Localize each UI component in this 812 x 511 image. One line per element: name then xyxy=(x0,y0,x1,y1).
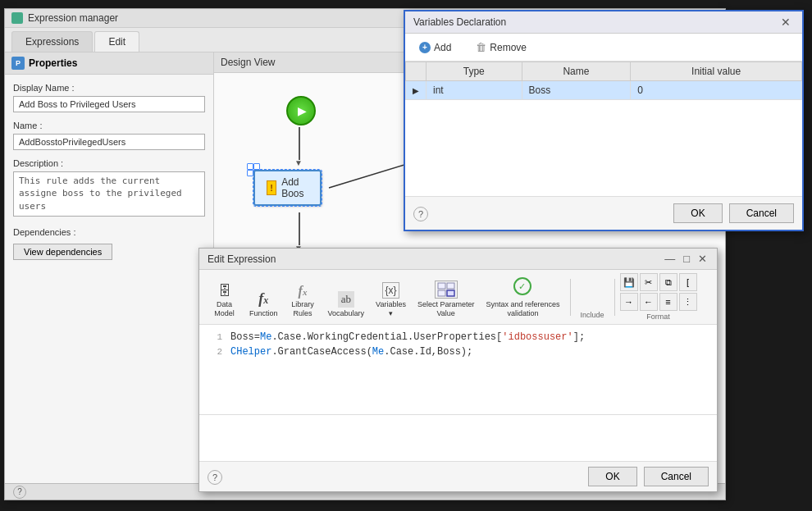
edit-expr-cancel-button[interactable]: Cancel xyxy=(644,467,709,486)
description-label: Description : xyxy=(13,158,205,168)
toolbar-divider-2 xyxy=(614,279,615,316)
function-icon: fx xyxy=(258,290,268,308)
edit-expr-titlebar: Edit Expression — □ ✕ xyxy=(199,249,717,270)
node-label: Add Boos xyxy=(281,176,308,199)
vocabulary-icon: ab xyxy=(338,291,354,308)
svg-rect-4 xyxy=(438,290,445,296)
vars-toolbar: + Add 🗑 Remove xyxy=(405,34,802,62)
toolbar-library-rules[interactable]: fx LibraryRules xyxy=(285,281,322,321)
vars-help-button[interactable]: ? xyxy=(413,207,428,221)
close-expr-button[interactable]: ✕ xyxy=(696,253,709,265)
vars-titlebar: Variables Declaration ✕ xyxy=(405,11,802,34)
syntax-svg: ✓ xyxy=(513,277,532,295)
svg-rect-5 xyxy=(447,290,454,296)
edit-help-button[interactable]: ? xyxy=(208,470,222,485)
flow-arrow-2 xyxy=(299,212,300,245)
format-save-icon[interactable]: 💾 xyxy=(620,273,638,291)
handle-tr xyxy=(253,163,260,170)
include-section-label: Include xyxy=(576,309,609,321)
col-arrow xyxy=(406,62,427,81)
dependencies-label: Dependencies : xyxy=(13,227,205,237)
format-cut-icon[interactable]: ✂ xyxy=(640,273,658,291)
vocabulary-label: Vocabulary xyxy=(328,309,365,318)
library-rules-icon: fx xyxy=(299,284,308,299)
svg-rect-2 xyxy=(438,283,445,289)
toolbar-syntax[interactable]: ✓ Syntax and referencesvalidation xyxy=(481,275,564,321)
code-editor[interactable]: 1 Boss=Me.Case.WorkingCredential.UserPro… xyxy=(199,325,717,415)
maximize-button[interactable]: □ xyxy=(682,253,691,265)
format-copy-icon[interactable]: ⧉ xyxy=(659,273,677,291)
col-name-header: Name xyxy=(522,62,631,81)
format-icons-row2: → ← ≡ ⋮ xyxy=(620,293,697,311)
toolbar-variables[interactable]: {x} Variables▾ xyxy=(371,280,411,321)
name-label: Name : xyxy=(13,121,205,130)
col-type-header: Type xyxy=(427,62,522,81)
syntax-icon: ✓ xyxy=(513,277,532,299)
line-num-2: 2 xyxy=(208,345,222,359)
edit-expr-toolbar: 🗄 DataModel fx Function fx LibraryRules … xyxy=(199,270,717,325)
format-arrow-right-icon[interactable]: → xyxy=(620,293,638,311)
function-label: Function xyxy=(249,309,278,318)
edit-expression-window: Edit Expression — □ ✕ 🗄 DataModel fx Fun… xyxy=(198,248,718,492)
edit-expr-ok-button[interactable]: OK xyxy=(588,467,636,486)
add-icon: + xyxy=(419,42,431,53)
select-param-label: Select ParameterValue xyxy=(417,300,475,318)
vars-table: Type Name Initial value ▶ int Boss 0 xyxy=(405,62,802,100)
format-arrow-left-icon[interactable]: ← xyxy=(640,293,658,311)
tab-edit[interactable]: Edit xyxy=(94,31,139,52)
expr-manager-title: Expression manager xyxy=(28,12,118,24)
data-model-icon: 🗄 xyxy=(218,284,231,299)
vars-remove-button[interactable]: 🗑 Remove xyxy=(470,39,532,56)
node-warning-icon: ! xyxy=(267,180,276,195)
vars-close-button[interactable]: ✕ xyxy=(778,16,794,29)
edit-expr-footer: ? OK Cancel xyxy=(199,461,717,491)
toolbar-vocabulary[interactable]: ab Vocabulary xyxy=(323,289,370,321)
flow-arrowhead-1: ▼ xyxy=(294,158,303,167)
toolbar-function[interactable]: fx Function xyxy=(244,288,283,321)
code-text-1: Boss=Me.Case.WorkingCredential.UserPrope… xyxy=(230,330,585,344)
status-help-button[interactable]: ? xyxy=(13,486,26,499)
vars-footer: ? OK Cancel xyxy=(405,196,802,230)
format-list-icon[interactable]: ⋮ xyxy=(679,293,697,311)
format-bracket-icon[interactable]: [ xyxy=(679,273,697,291)
display-name-input[interactable] xyxy=(13,96,205,112)
toolbar-select-param[interactable]: Select ParameterValue xyxy=(413,278,480,321)
variables-declaration-window: Variables Declaration ✕ + Add 🗑 Remove T… xyxy=(404,10,804,231)
format-section: 💾 ✂ ⧉ [ → ← ≡ ⋮ Format xyxy=(620,273,697,321)
minimize-button[interactable]: — xyxy=(663,253,677,265)
name-input[interactable] xyxy=(13,134,205,150)
toolbar-data-model[interactable]: 🗄 DataModel xyxy=(206,281,243,321)
variables-icon: {x} xyxy=(382,282,399,299)
flow-start-node[interactable] xyxy=(286,96,316,125)
handle-bl xyxy=(247,170,253,176)
vars-table-row[interactable]: ▶ int Boss 0 xyxy=(406,81,802,100)
svg-rect-3 xyxy=(447,283,454,289)
display-name-label: Display Name : xyxy=(13,83,205,93)
library-rules-label: LibraryRules xyxy=(291,300,314,318)
view-dependencies-button[interactable]: View dependencies xyxy=(13,244,112,260)
vars-cancel-button[interactable]: Cancel xyxy=(729,203,794,223)
select-param-icon xyxy=(435,281,458,299)
format-icons-row1: 💾 ✂ ⧉ [ xyxy=(620,273,697,291)
process-node-box[interactable]: ! Add Boos xyxy=(253,170,322,206)
properties-header: P Properties xyxy=(5,52,213,75)
svg-text:✓: ✓ xyxy=(518,281,526,291)
code-line-2: 2 CHelper.GrantCaseAccess(Me.Case.Id,Bos… xyxy=(208,344,709,359)
handle-tl xyxy=(247,163,253,170)
row-selector: ▶ xyxy=(406,81,427,100)
cell-name: Boss xyxy=(522,81,631,100)
format-align-icon[interactable]: ≡ xyxy=(659,293,677,311)
data-model-label: DataModel xyxy=(214,300,235,318)
flow-arrow-1 xyxy=(299,127,300,160)
vars-add-button[interactable]: + Add xyxy=(413,39,457,56)
code-text-2: CHelper.GrantCaseAccess(Me.Case.Id,Boss)… xyxy=(230,344,472,359)
vars-ok-button[interactable]: OK xyxy=(673,203,722,223)
tab-expressions[interactable]: Expressions xyxy=(11,31,93,52)
properties-panel: P Properties Display Name : Name : Descr… xyxy=(5,52,214,497)
description-textarea[interactable] xyxy=(13,171,205,217)
variables-label: Variables▾ xyxy=(376,300,406,318)
vars-window-title: Variables Declaration xyxy=(413,16,506,28)
select-param-svg xyxy=(437,282,455,297)
vars-table-header-row: Type Name Initial value xyxy=(406,62,802,81)
col-initial-value-header: Initial value xyxy=(631,62,802,81)
